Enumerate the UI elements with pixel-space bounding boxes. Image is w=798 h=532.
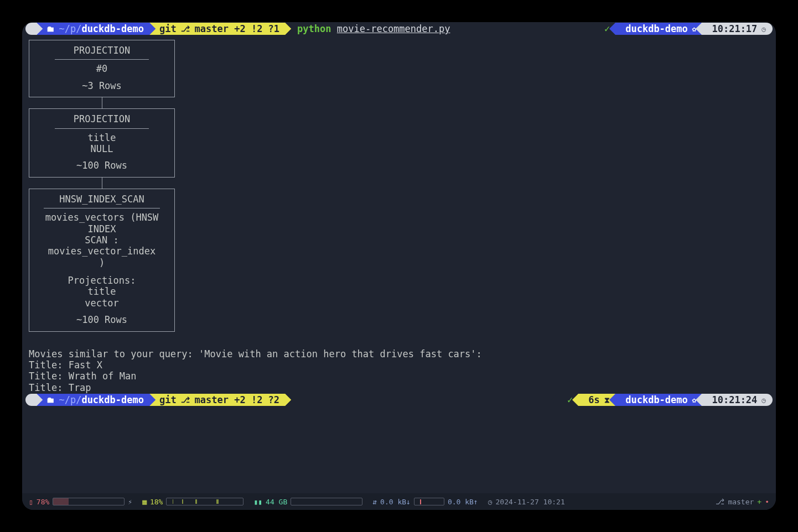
- cpu-sparkline: [166, 498, 243, 505]
- plan-box-1: PROJECTION #0 ~3 Rows: [29, 40, 175, 97]
- plan-box-2-body2: NULL: [32, 143, 172, 154]
- path-dir-2: duckdb-demo: [81, 394, 144, 405]
- mem-icon: ▮▮: [253, 498, 262, 506]
- git-segment-2: git ⎇ master +2 !2 ?2: [149, 394, 285, 406]
- time-segment-2: 10:21:24 ◷: [702, 394, 773, 406]
- branch-icon: ⎇: [716, 497, 724, 506]
- bolt-icon: ⚡: [128, 498, 132, 506]
- command-output: Movies similar to your query: 'Movie wit…: [22, 332, 776, 394]
- path-segment: 🖿 ~/p/duckdb-demo: [37, 23, 149, 35]
- git-label: git: [159, 23, 177, 34]
- plan-connector-2: [102, 178, 102, 189]
- duration-value: 6s: [588, 394, 599, 405]
- env-name-2: duckdb-demo: [625, 394, 688, 405]
- plan-box-3-title: HNSW_INDEX_SCAN: [32, 194, 172, 208]
- prompt-line-1: 🖿 ~/p/duckdb-demo git ⎇ master +2 !2 ?1 …: [22, 22, 776, 35]
- cpu-icon: ▦: [142, 498, 147, 506]
- branch-plus: +: [757, 498, 761, 506]
- branch-icon: ⎇: [177, 395, 195, 404]
- status-bar: ▯ 78% ⚡ ▦ 18% ▮▮ 44 GB ⇵ 0.0 kB↓ 0.0 kB↑…: [22, 493, 776, 510]
- branch-dot: •: [765, 498, 769, 506]
- clock-icon: ◷: [757, 25, 766, 33]
- plan-box-3-proj-label: Projections:: [32, 275, 172, 286]
- plan-box-2-body1: title: [32, 132, 172, 143]
- mem-stat: ▮▮ 44 GB: [253, 498, 362, 506]
- net-stat: ⇵ 0.0 kB↓ 0.0 kB↑: [372, 498, 478, 506]
- plan-box-2: PROJECTION title NULL ~100 Rows: [29, 108, 175, 178]
- gear-icon: ✿: [688, 396, 697, 404]
- plan-box-3-proj2: vector: [32, 298, 172, 309]
- plan-box-3-body1: movies_vectors (HNSW INDEX: [32, 212, 172, 234]
- clock-stat: ◷ 2024-11-27 10:21: [488, 498, 565, 506]
- cpu-value: 18%: [150, 498, 163, 506]
- hourglass-icon: ⧗: [600, 395, 610, 405]
- output-line-3: Title: Wrath of Man: [29, 371, 776, 382]
- plan-box-1-title: PROJECTION: [32, 45, 172, 59]
- prompt-line-2[interactable]: 🖿 ~/p/duckdb-demo git ⎇ master +2 !2 ?2 …: [22, 393, 776, 406]
- plan-box-1-rows: ~3 Rows: [32, 75, 172, 91]
- path-prefix-2: ~/p/: [59, 394, 81, 405]
- path-segment-2: 🖿 ~/p/duckdb-demo: [37, 394, 149, 406]
- battery-stat: ▯ 78% ⚡: [29, 498, 132, 506]
- git-segment: git ⎇ master +2 !2 ?1: [149, 23, 285, 35]
- battery-sparkline: [53, 498, 125, 505]
- plan-box-1-body: #0: [32, 63, 172, 74]
- plan-box-2-title: PROJECTION: [32, 113, 172, 128]
- env-name: duckdb-demo: [625, 23, 688, 34]
- command-arg: movie-recommender.py: [337, 23, 450, 34]
- battery-icon: ▯: [29, 498, 33, 506]
- net-icon: ⇵: [372, 498, 377, 506]
- env-segment-2: duckdb-demo ✿: [615, 394, 702, 406]
- path-dir: duckdb-demo: [81, 23, 144, 34]
- net-down: 0.0 kB↓: [380, 498, 411, 506]
- net-up: 0.0 kB↑: [448, 498, 478, 506]
- command-name: python: [297, 23, 331, 34]
- path-prefix: ~/p/: [59, 23, 81, 34]
- plan-box-2-rows: ~100 Rows: [32, 154, 172, 171]
- query-plan: PROJECTION #0 ~3 Rows PROJECTION title N…: [22, 35, 776, 332]
- output-line-2: Title: Fast X: [29, 359, 776, 371]
- output-line-4: Title: Trap: [29, 382, 776, 393]
- plan-connector-1: [102, 97, 102, 108]
- terminal-window: 🖿 ~/p/duckdb-demo git ⎇ master +2 !2 ?1 …: [22, 22, 776, 510]
- clock-icon: ◷: [488, 498, 493, 506]
- branch-icon: ⎇: [177, 24, 195, 33]
- clock-icon: ◷: [757, 396, 766, 404]
- plan-box-3-body3: ): [32, 257, 172, 268]
- plan-box-3-proj1: title: [32, 286, 172, 297]
- terminal-content[interactable]: 🖿 ~/p/duckdb-demo git ⎇ master +2 !2 ?1 …: [22, 22, 776, 493]
- folder-icon: 🖿: [46, 395, 59, 404]
- git-label-2: git: [159, 394, 177, 405]
- time-segment: 10:21:17 ◷: [702, 23, 773, 35]
- net-sparkline: [414, 498, 444, 505]
- folder-icon: 🖿: [46, 24, 59, 33]
- clock-value: 2024-11-27 10:21: [496, 498, 565, 506]
- right-prompt-2: ✓ 6s ⧗ duckdb-demo ✿ 10:21:24 ◷: [557, 394, 776, 406]
- plan-box-3-rows: ~100 Rows: [32, 309, 172, 325]
- battery-value: 78%: [37, 498, 49, 506]
- env-segment: duckdb-demo ✿: [615, 23, 702, 35]
- plan-box-3: HNSW_INDEX_SCAN movies_vectors (HNSW IND…: [29, 189, 175, 332]
- branch-stat: ⎇ master + •: [716, 497, 769, 506]
- git-branch-2: master +2 !2 ?2: [195, 394, 280, 405]
- output-line-1: Movies similar to your query: 'Movie wit…: [29, 348, 776, 359]
- os-segment-2: [25, 394, 37, 406]
- time-value-2: 10:21:24: [712, 394, 757, 405]
- git-branch: master +2 !2 ?1: [195, 23, 280, 34]
- command-segment: python movie-recommender.py: [285, 23, 455, 35]
- right-prompt-1: ✓ duckdb-demo ✿ 10:21:17 ◷: [594, 23, 776, 35]
- os-segment: [25, 23, 37, 35]
- gear-icon: ✿: [688, 25, 697, 33]
- mem-value: 44 GB: [266, 498, 287, 506]
- plan-box-3-body2: SCAN : movies_vector_index: [32, 234, 172, 257]
- mem-sparkline: [291, 498, 362, 505]
- cpu-stat: ▦ 18%: [142, 498, 243, 506]
- time-value: 10:21:17: [712, 23, 757, 34]
- branch-name: master: [728, 498, 754, 506]
